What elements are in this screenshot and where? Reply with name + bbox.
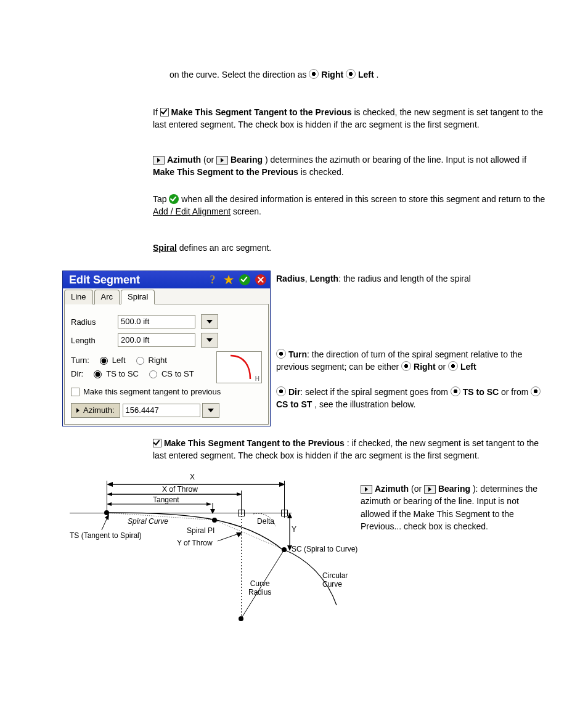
radius-input[interactable]: 500.0 ift — [118, 315, 195, 328]
heading-spiral: Spiral defines an arc segment. — [153, 242, 271, 254]
label-right: Right — [321, 70, 343, 79]
pt-curve-center — [239, 616, 243, 621]
radio-icon — [531, 386, 541, 396]
make-tangent-checkbox[interactable]: Make this segment tangent to previous — [71, 387, 221, 396]
azimuth-drop-icon-2 — [361, 485, 372, 494]
link-add-edit-alignment[interactable]: Add / Edit Alignment — [153, 206, 231, 216]
desc-azimuth-right: Azimuth (or Bearing ): determines the az… — [361, 483, 549, 532]
bearing-drop-icon-2 — [424, 485, 436, 494]
para-curve-direction: on the curve. Select the direction as Ri… — [169, 68, 545, 81]
dir-label: Dir: — [71, 369, 83, 378]
bearing-drop-icon — [216, 156, 228, 165]
done-icon — [169, 194, 179, 204]
desc-make-tangent: Make This Segment Tangent to the Previou… — [153, 437, 547, 462]
radio-left-icon-2 — [448, 361, 458, 371]
tab-bar: Line Arc Spiral — [63, 288, 270, 304]
lbl-spiral-curve: Spiral Curve — [128, 517, 168, 526]
lbl-tangent: Tangent — [153, 495, 179, 504]
radio-right-icon-2 — [401, 361, 411, 371]
para-done: Tap when all the desired information is … — [153, 193, 547, 218]
radius-label: Radius — [71, 317, 112, 327]
lbl-sc: SC (Spiral to Curve) — [292, 545, 357, 553]
label-bearing: Bearing — [231, 155, 263, 165]
radio-icon — [276, 349, 286, 359]
svg-marker-4 — [107, 492, 112, 496]
svg-marker-18 — [236, 532, 242, 537]
dir-row: Dir: TS to SC CS to ST — [71, 369, 216, 378]
dir-ts-sc-radio[interactable]: TS to SC — [91, 369, 139, 378]
svg-marker-13 — [287, 513, 292, 518]
spiral-geometry-diagram: X X of Throw Tangent — [70, 476, 359, 636]
turn-label: Turn: — [71, 356, 89, 365]
svg-marker-1 — [107, 482, 113, 487]
svg-line-17 — [218, 534, 239, 541]
para-make-tangent: If Make This Segment Tangent to the Prev… — [153, 106, 547, 131]
lbl-ythrow: Y of Throw — [177, 539, 213, 547]
lbl-ts: TS (Tangent to Spiral) — [70, 531, 142, 540]
lbl-delta: Delta — [257, 517, 274, 526]
lbl-spiral-pi: Spiral PI — [187, 526, 214, 535]
lbl-curve-radius: Curve Radius — [248, 579, 271, 597]
label-make-tangent: Make This Segment Tangent to the Previou… — [171, 107, 352, 117]
checkbox-icon-2 — [153, 439, 161, 447]
para-azimuth: Azimuth (or Bearing ) determines the azi… — [153, 153, 547, 179]
edit-segment-dialog: Edit Segment ? ★ Line Arc Spiral Radius … — [62, 271, 271, 426]
label-left: Left — [358, 70, 374, 79]
azimuth-mode-button[interactable]: Azimuth: — [71, 403, 120, 418]
favorite-icon[interactable]: ★ — [222, 273, 235, 287]
lbl-xthrow: X of Throw — [162, 485, 198, 494]
radio-icon — [451, 386, 460, 396]
svg-marker-7 — [107, 502, 112, 506]
turn-row: Turn: Left Right — [71, 355, 216, 365]
label-azimuth: Azimuth — [167, 155, 201, 165]
radio-right-icon — [309, 69, 319, 79]
turn-left-radio[interactable]: Left — [97, 355, 126, 365]
radio-left-icon — [346, 69, 356, 79]
length-label: Length — [71, 336, 112, 345]
help-icon[interactable]: ? — [206, 273, 219, 287]
lbl-y: Y — [292, 525, 296, 534]
spiral-tab-body: Radius 500.0 ift Length 200.0 ift Turn: … — [64, 304, 269, 425]
close-icon[interactable] — [254, 273, 267, 287]
azimuth-dropdown[interactable] — [202, 403, 219, 418]
azimuth-input[interactable]: 156.4447 — [123, 404, 200, 417]
desc-turn: Turn: the direction of turn of the spira… — [276, 348, 547, 373]
turn-right-radio[interactable]: Right — [133, 355, 167, 365]
desc-radius-length: Radius, Length: the radius and length of… — [276, 272, 547, 285]
dialog-title: Edit Segment — [69, 274, 140, 287]
length-input[interactable]: 200.0 ift — [118, 333, 195, 347]
checkbox-icon — [160, 108, 169, 116]
lbl-x: X — [190, 473, 195, 481]
tab-line[interactable]: Line — [64, 290, 93, 304]
tab-spiral[interactable]: Spiral — [121, 290, 155, 304]
length-units-dropdown[interactable] — [201, 333, 218, 348]
lbl-circular-curve: Circular Curve — [322, 571, 348, 589]
dir-cs-st-radio[interactable]: CS to ST — [146, 369, 194, 378]
radio-icon — [276, 386, 286, 396]
done-icon-titlebar[interactable] — [238, 273, 251, 287]
azimuth-drop-icon — [153, 156, 165, 165]
radius-units-dropdown[interactable] — [201, 314, 218, 329]
preview-h-label: H — [255, 375, 259, 382]
desc-dir: Dir: select if the spiral segment goes f… — [276, 386, 547, 411]
pt-spiral-pi — [212, 518, 217, 523]
spiral-preview: H — [216, 351, 262, 383]
dialog-titlebar: Edit Segment ? ★ — [63, 271, 270, 288]
label-spiral-heading: Spiral — [153, 243, 177, 253]
tab-arc[interactable]: Arc — [94, 290, 120, 304]
